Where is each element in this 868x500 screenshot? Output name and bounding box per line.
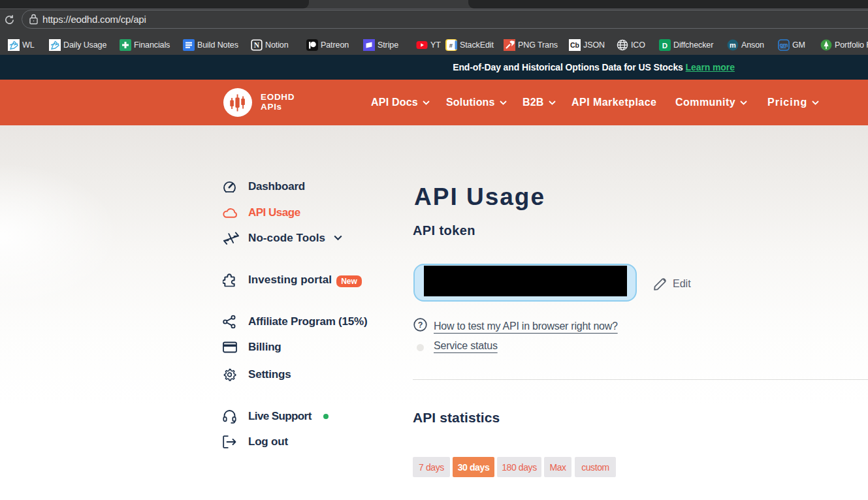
svg-text:?: ? <box>418 320 423 330</box>
svg-text:D: D <box>662 42 667 50</box>
svg-text:Cb: Cb <box>570 41 579 49</box>
svg-text:gm: gm <box>780 42 788 48</box>
svg-text:m: m <box>730 41 736 49</box>
svg-text:N: N <box>254 41 260 49</box>
svg-text:#: # <box>449 42 453 49</box>
